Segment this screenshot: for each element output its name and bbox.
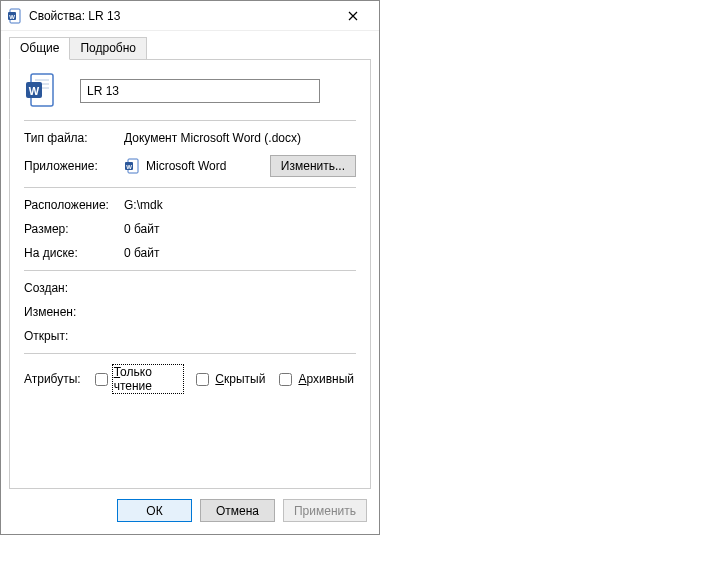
- checkbox-hidden[interactable]: Скрытый: [196, 371, 267, 387]
- properties-dialog: W Свойства: LR 13 Общие Подробно W: [0, 0, 380, 535]
- titlebar: W Свойства: LR 13: [1, 1, 379, 31]
- svg-text:W: W: [126, 164, 132, 170]
- attributes-row: Атрибуты: Только чтение Скрытый Архивный: [24, 364, 356, 394]
- checkbox-archive-input[interactable]: [279, 373, 292, 386]
- tab-details-label: Подробно: [80, 41, 136, 55]
- word-app-icon: W: [124, 158, 140, 174]
- dialog-footer: ОК Отмена Применить: [1, 499, 379, 534]
- file-info-grid: Тип файла: Документ Microsoft Word (.doc…: [24, 131, 356, 177]
- tab-general[interactable]: Общие: [9, 37, 70, 60]
- apply-button-label: Применить: [294, 504, 356, 518]
- tab-strip: Общие Подробно: [1, 31, 379, 59]
- close-button[interactable]: [330, 2, 375, 30]
- value-file-type: Документ Microsoft Word (.docx): [124, 131, 356, 145]
- label-location: Расположение:: [24, 198, 124, 212]
- separator: [24, 270, 356, 271]
- location-grid: Расположение: G:\mdk Размер: 0 байт На д…: [24, 198, 356, 260]
- label-size-on-disk: На диске:: [24, 246, 124, 260]
- label-application: Приложение:: [24, 159, 124, 173]
- value-location: G:\mdk: [124, 198, 356, 212]
- checkbox-archive-label: Архивный: [296, 371, 356, 387]
- value-size: 0 байт: [124, 222, 356, 236]
- change-app-button[interactable]: Изменить...: [270, 155, 356, 177]
- change-app-button-label: Изменить...: [281, 159, 345, 173]
- checkbox-archive[interactable]: Архивный: [279, 371, 356, 387]
- checkbox-hidden-input[interactable]: [196, 373, 209, 386]
- tab-panel-general: W Тип файла: Документ Microsoft Word (.d…: [9, 59, 371, 489]
- tab-general-label: Общие: [20, 41, 59, 55]
- separator: [24, 353, 356, 354]
- separator: [24, 187, 356, 188]
- label-modified: Изменен:: [24, 305, 124, 319]
- apply-button[interactable]: Применить: [283, 499, 367, 522]
- label-size: Размер:: [24, 222, 124, 236]
- ok-button-label: ОК: [146, 504, 162, 518]
- word-doc-icon: W: [7, 8, 23, 24]
- window-title: Свойства: LR 13: [29, 9, 330, 23]
- value-application: Microsoft Word: [146, 159, 226, 173]
- checkbox-readonly-input[interactable]: [95, 373, 108, 386]
- value-application-cell: W Microsoft Word: [124, 158, 270, 174]
- svg-text:W: W: [29, 85, 40, 97]
- cancel-button[interactable]: Отмена: [200, 499, 275, 522]
- label-created: Создан:: [24, 281, 124, 295]
- filename-input[interactable]: [80, 79, 320, 103]
- tab-details[interactable]: Подробно: [69, 37, 147, 59]
- cancel-button-label: Отмена: [216, 504, 259, 518]
- label-attributes: Атрибуты:: [24, 372, 81, 386]
- svg-text:W: W: [9, 13, 15, 19]
- checkbox-readonly-label: Только чтение: [112, 364, 185, 394]
- checkbox-hidden-label: Скрытый: [213, 371, 267, 387]
- word-doc-large-icon: W: [24, 72, 56, 110]
- separator: [24, 120, 356, 121]
- dates-grid: Создан: Изменен: Открыт:: [24, 281, 356, 343]
- value-size-on-disk: 0 байт: [124, 246, 356, 260]
- label-accessed: Открыт:: [24, 329, 124, 343]
- filename-row: W: [24, 72, 356, 110]
- checkbox-readonly[interactable]: Только чтение: [95, 364, 185, 394]
- label-file-type: Тип файла:: [24, 131, 124, 145]
- ok-button[interactable]: ОК: [117, 499, 192, 522]
